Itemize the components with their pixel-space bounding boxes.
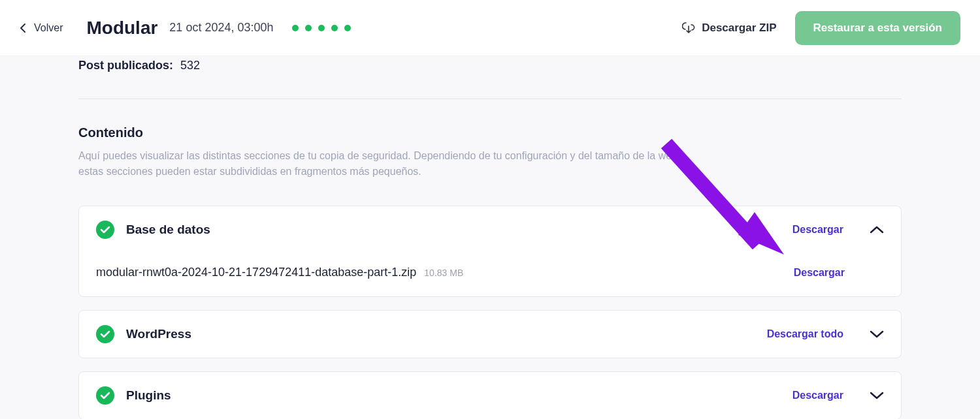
download-link-file[interactable]: Descargar [794,267,845,279]
card-title-database: Base de datos [126,223,210,237]
chevron-down-icon[interactable] [870,330,884,338]
check-icon [96,221,114,239]
card-plugins: Plugins Descargar [78,371,902,419]
card-header-database[interactable]: Base de datos Descargar [79,206,901,253]
chevron-down-icon[interactable] [870,392,884,399]
card-header-plugins[interactable]: Plugins Descargar [79,372,901,419]
posts-published-row: Post publicados: 532 [78,56,902,99]
page-header: Volver Modular 21 oct 2024, 03:00h Desca… [0,0,980,56]
card-wordpress: WordPress Descargar todo [78,310,902,358]
chevron-up-icon[interactable] [870,226,884,234]
back-button[interactable]: Volver [20,22,63,34]
posts-value: 532 [180,59,200,72]
content-description: Aquí puedes visualizar las distintas sec… [78,148,706,179]
file-size: 10.83 MB [424,268,463,278]
back-label: Volver [34,22,63,34]
restore-button[interactable]: Restaurar a esta versión [795,11,961,45]
header-left: Volver Modular 21 oct 2024, 03:00h [20,18,351,39]
status-dot-icon [344,25,351,31]
card-left: Plugins [96,386,171,405]
card-left: WordPress [96,325,191,343]
page-title: Modular [86,18,157,39]
divider [78,99,902,99]
posts-label: Post publicados: [78,59,173,72]
status-dots [292,25,351,31]
card-header-wordpress[interactable]: WordPress Descargar todo [79,311,901,358]
content-heading: Contenido [78,125,902,140]
download-icon [682,22,695,35]
download-zip-button[interactable]: Descargar ZIP [682,22,776,35]
card-body-database: modular-rnwt0a-2024-10-21-1729472411-dat… [79,253,901,296]
card-right: Descargar [792,224,884,236]
chevron-left-icon [20,23,26,33]
status-dot-icon [318,25,325,31]
status-dot-icon [331,25,338,31]
header-right: Descargar ZIP Restaurar a esta versión [682,11,960,45]
card-right: Descargar todo [767,328,884,340]
main-content: Post publicados: 532 Contenido Aquí pued… [0,56,980,419]
download-link-database[interactable]: Descargar [792,224,843,236]
card-left: Base de datos [96,221,210,239]
card-database: Base de datos Descargar modular-rnwt0a-2… [78,206,902,297]
status-dot-icon [305,25,312,31]
card-title-wordpress: WordPress [126,327,191,341]
download-link-wordpress[interactable]: Descargar todo [767,328,843,340]
card-title-plugins: Plugins [126,388,171,403]
file-row: modular-rnwt0a-2024-10-21-1729472411-dat… [96,254,884,279]
status-dot-icon [292,25,299,31]
download-zip-label: Descargar ZIP [702,22,776,35]
file-name: modular-rnwt0a-2024-10-21-1729472411-dat… [96,266,416,279]
check-icon [96,325,114,343]
download-link-plugins[interactable]: Descargar [792,390,843,401]
file-left: modular-rnwt0a-2024-10-21-1729472411-dat… [96,266,463,279]
check-icon [96,386,114,405]
datetime-label: 21 oct 2024, 03:00h [169,21,273,35]
card-right: Descargar [792,390,884,401]
